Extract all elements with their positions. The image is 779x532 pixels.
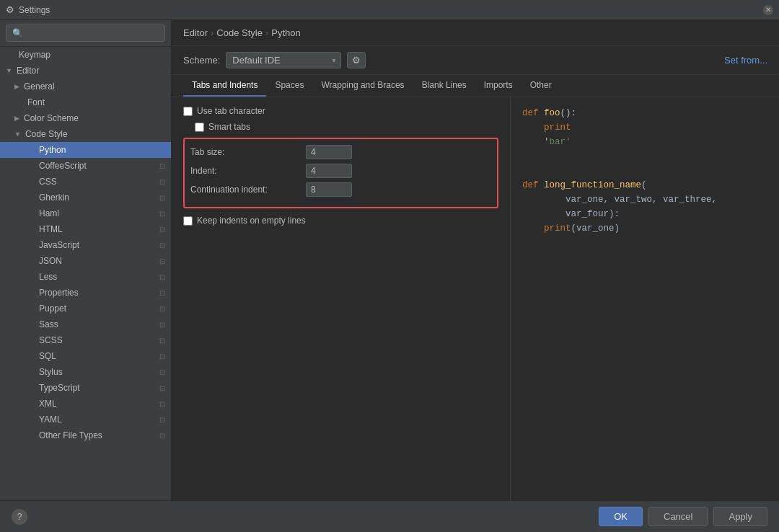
sidebar-item-javascript[interactable]: JavaScript⊡ — [0, 237, 171, 253]
set-from-button[interactable]: Set from... — [724, 55, 767, 66]
sidebar-item-haml[interactable]: Haml⊡ — [0, 205, 171, 221]
code-token — [522, 209, 565, 219]
cancel-button[interactable]: Cancel — [648, 507, 708, 526]
code-token: var_three — [663, 195, 712, 205]
sidebar-item-css[interactable]: CSS⊡ — [0, 174, 171, 190]
search-input[interactable] — [6, 25, 165, 42]
smart-tabs-row: Smart tabs — [183, 122, 498, 132]
smart-tabs-label: Smart tabs — [208, 122, 250, 132]
sidebar-item-keymap[interactable]: Keymap — [0, 47, 171, 63]
copy-icon-json: ⊡ — [159, 257, 165, 265]
scheme-label: Scheme: — [183, 55, 220, 66]
sidebar-item-other-file-types[interactable]: Other File Types⊡ — [0, 427, 171, 443]
continuation-indent-input[interactable] — [306, 182, 352, 197]
tab-size-label: Tab size: — [190, 147, 306, 157]
sidebar-item-label-general: General — [24, 81, 55, 92]
tab-tabs-and-indents[interactable]: Tabs and Indents — [183, 75, 266, 97]
sidebar-item-yaml[interactable]: YAML⊡ — [0, 412, 171, 427]
copy-icon-sql: ⊡ — [159, 353, 165, 360]
tab-blank-lines[interactable]: Blank Lines — [413, 75, 475, 97]
tabs-bar: Tabs and Indents Spaces Wrapping and Bra… — [172, 75, 779, 97]
code-token: ( — [571, 223, 577, 234]
sidebar-item-label-gherkin: Gherkin — [39, 192, 69, 203]
keep-indents-label: Keep indents on empty lines — [197, 216, 306, 226]
ok-button[interactable]: OK — [599, 507, 643, 526]
code-preview: def foo(): print 'bar' def long_function… — [522, 106, 767, 236]
sidebar-item-sass[interactable]: Sass⊡ — [0, 316, 171, 332]
copy-icon-other-file-types: ⊡ — [159, 432, 165, 440]
code-token: bar — [550, 137, 566, 147]
copy-icon-sass: ⊡ — [159, 321, 165, 329]
tab-size-input[interactable] — [306, 145, 352, 159]
tab-wrapping-and-braces[interactable]: Wrapping and Braces — [312, 75, 413, 97]
code-line: print — [522, 120, 767, 135]
search-bar — [0, 20, 171, 47]
tab-spaces[interactable]: Spaces — [266, 75, 312, 97]
indent-input[interactable] — [306, 164, 352, 178]
sidebar-item-code-style[interactable]: ▼Code Style — [0, 126, 171, 142]
sidebar-item-editor[interactable]: ▼Editor — [0, 63, 171, 79]
tab-other[interactable]: Other — [521, 75, 560, 97]
code-token — [522, 123, 544, 133]
sidebar-item-color-scheme[interactable]: ▶Color Scheme — [0, 110, 171, 126]
breadcrumb-sep2: › — [265, 27, 268, 38]
sidebar-item-label-scss: SCSS — [39, 335, 63, 345]
sidebar-item-coffeescript[interactable]: CoffeeScript⊡ — [0, 158, 171, 174]
sidebar-item-properties[interactable]: Properties⊡ — [0, 285, 171, 301]
sidebar-item-scss[interactable]: SCSS⊡ — [0, 332, 171, 348]
sidebar-item-label-css: CSS — [39, 177, 57, 187]
sidebar-item-general[interactable]: ▶General — [0, 79, 171, 94]
scheme-select-wrap: Default IDE — [226, 52, 341, 68]
sidebar-item-python[interactable]: Python — [0, 142, 171, 158]
close-button[interactable]: ✕ — [763, 5, 773, 15]
sidebar-item-xml[interactable]: XML⊡ — [0, 396, 171, 412]
sidebar-item-puppet[interactable]: Puppet⊡ — [0, 301, 171, 316]
code-token: ) — [615, 223, 620, 234]
code-preview-panel: def foo(): print 'bar' def long_function… — [511, 97, 779, 500]
sidebar-item-gherkin[interactable]: Gherkin⊡ — [0, 190, 171, 205]
code-line — [522, 149, 767, 164]
copy-icon-gherkin: ⊡ — [159, 194, 165, 202]
code-token: (): — [560, 108, 577, 118]
code-line: def foo(): — [522, 106, 767, 120]
copy-icon-xml: ⊡ — [159, 400, 165, 408]
sidebar-item-label-yaml: YAML — [39, 414, 62, 425]
title-bar: ⚙ Settings ✕ — [0, 0, 779, 20]
sidebar-item-label-python: Python — [39, 145, 66, 155]
panels: Use tab character Smart tabs Tab size: I… — [172, 97, 779, 500]
code-token: ' — [565, 137, 571, 147]
code-token: , — [712, 195, 718, 205]
scheme-select[interactable]: Default IDE — [226, 52, 341, 68]
expand-arrow-editor: ▼ — [6, 67, 12, 74]
help-button[interactable]: ? — [12, 509, 27, 525]
copy-icon-css: ⊡ — [159, 178, 165, 186]
keep-indents-checkbox[interactable] — [183, 216, 193, 226]
copy-icon-html: ⊡ — [159, 226, 165, 234]
code-token: long_function_name — [544, 180, 641, 190]
code-token: def — [522, 180, 539, 190]
use-tab-character-label: Use tab character — [197, 106, 265, 116]
title-text: Settings — [19, 5, 759, 15]
sidebar-item-label-font: Font — [27, 97, 45, 107]
sidebar-item-less[interactable]: Less⊡ — [0, 269, 171, 285]
expand-arrow-color-scheme: ▶ — [14, 115, 19, 122]
use-tab-character-checkbox[interactable] — [183, 107, 193, 116]
sidebar-item-label-javascript: JavaScript — [39, 240, 79, 250]
scheme-gear-button[interactable]: ⚙ — [347, 52, 366, 68]
apply-button[interactable]: Apply — [713, 507, 767, 526]
sidebar-item-label-puppet: Puppet — [39, 303, 66, 314]
sidebar-item-font[interactable]: Font — [0, 94, 171, 110]
code-token: print — [544, 123, 571, 133]
copy-icon-yaml: ⊡ — [159, 416, 165, 424]
smart-tabs-checkbox[interactable] — [195, 123, 204, 132]
sidebar-item-sql[interactable]: SQL⊡ — [0, 348, 171, 364]
sidebar-item-json[interactable]: JSON⊡ — [0, 253, 171, 269]
bottom-bar: ? OK Cancel Apply — [0, 500, 779, 532]
sidebar-item-label-code-style: Code Style — [25, 129, 68, 139]
tab-imports[interactable]: Imports — [475, 75, 521, 97]
sidebar-item-stylus[interactable]: Stylus⊡ — [0, 364, 171, 380]
sidebar-item-html[interactable]: HTML⊡ — [0, 221, 171, 237]
code-token: var_one — [565, 195, 604, 205]
sidebar: Keymap▼Editor▶GeneralFont▶Color Scheme▼C… — [0, 20, 172, 500]
sidebar-item-typescript[interactable]: TypeScript⊡ — [0, 380, 171, 396]
